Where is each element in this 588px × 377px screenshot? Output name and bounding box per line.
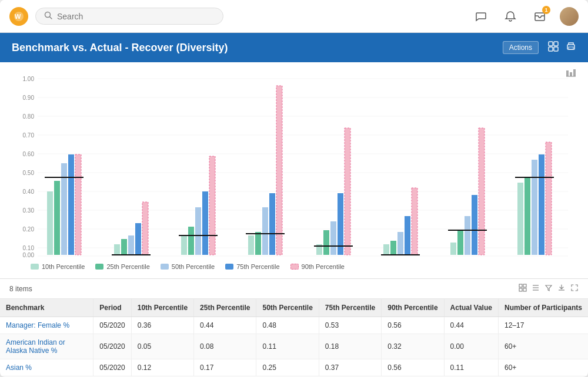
svg-text:0.70: 0.70 [23, 132, 35, 139]
bar-7-p75 [472, 195, 477, 255]
chart-area: 1.00 0.90 0.80 0.70 0.60 0.50 0.40 0.30 … [12, 70, 576, 258]
bar-6-p10 [383, 244, 389, 255]
search-input[interactable] [57, 12, 210, 21]
bar-5-p50 [330, 221, 336, 255]
bar-6-p50 [397, 232, 403, 255]
cell-period: 05/2020 [93, 334, 131, 359]
cell-p75: 0.53 [319, 317, 381, 334]
svg-rect-4 [535, 13, 544, 21]
legend-label-25th: 25th Percentile [106, 263, 149, 270]
chart-legend: 10th Percentile 25th Percentile 50th Per… [12, 258, 576, 274]
filter-icon[interactable] [544, 284, 553, 294]
col-period: Period [93, 299, 131, 317]
cell-period: 05/2020 [93, 317, 131, 334]
bar-4-p75 [269, 193, 275, 255]
bar-4-p10 [248, 235, 254, 255]
legend-25th: 25th Percentile [95, 263, 149, 270]
bar-1-p25 [54, 181, 60, 255]
download-icon[interactable] [557, 284, 566, 294]
cell-participants: 60+ [498, 334, 588, 359]
svg-rect-6 [554, 42, 558, 46]
bar-8-p10 [517, 183, 523, 255]
print-icon[interactable] [566, 41, 576, 54]
svg-text:0.80: 0.80 [23, 113, 35, 120]
legend-75th: 75th Percentile [225, 263, 279, 270]
cell-p90: 0.56 [382, 317, 444, 334]
cell-benchmark[interactable]: Manager: Female % [0, 317, 93, 334]
cell-benchmark[interactable]: Asian % [0, 359, 93, 376]
table-toolbar-icons [519, 284, 579, 294]
search-bar[interactable] [35, 8, 223, 25]
svg-rect-48 [519, 284, 522, 287]
cell-p25: 0.17 [194, 359, 256, 376]
bar-8-p90 [546, 142, 552, 255]
bar-4-p25 [255, 232, 261, 255]
actions-button[interactable]: Actions [503, 41, 539, 54]
bar-8-p50 [532, 160, 537, 255]
bar-7-p25 [457, 230, 463, 255]
bar-7-p50 [465, 216, 470, 255]
fullscreen-icon[interactable] [570, 284, 579, 294]
bar-5-p25 [323, 230, 329, 255]
cell-p75: 0.18 [319, 334, 381, 359]
legend-label-90th: 90th Percentile [302, 263, 345, 270]
bar-2-p10 [114, 244, 120, 255]
svg-text:0.10: 0.10 [23, 245, 35, 251]
bar-4-p50 [262, 207, 268, 255]
col-p75: 75th Percentile [319, 299, 381, 317]
cell-period: 05/2020 [93, 359, 131, 376]
user-avatar[interactable] [560, 7, 579, 26]
cell-actual: 0.11 [444, 359, 498, 376]
page-title: Benchmark vs. Actual - Recover (Diversit… [12, 42, 497, 54]
table-section: 8 items [0, 278, 588, 377]
svg-rect-49 [523, 284, 526, 287]
cell-p10: 0.05 [131, 334, 193, 359]
svg-text:0.90: 0.90 [23, 95, 35, 101]
expand-icon[interactable] [519, 284, 527, 294]
svg-text:0.20: 0.20 [23, 226, 35, 233]
col-p50: 50th Percentile [256, 299, 319, 317]
cell-p90: 0.32 [382, 334, 444, 359]
search-icon [44, 11, 52, 21]
svg-text:0.30: 0.30 [23, 207, 35, 214]
legend-swatch-90th [290, 264, 299, 270]
table-view-icon[interactable] [548, 41, 559, 54]
bar-7-p90 [479, 128, 485, 255]
legend-label-10th: 10th Percentile [42, 263, 85, 270]
bar-4-p90 [276, 86, 282, 255]
cell-p50: 0.11 [256, 334, 319, 359]
legend-swatch-75th [225, 264, 233, 270]
cell-p90: 0.56 [382, 359, 444, 376]
bar-8-p25 [524, 177, 530, 255]
workday-logo[interactable]: W [9, 7, 28, 26]
col-benchmark: Benchmark [0, 299, 93, 317]
cell-p10: 0.36 [131, 317, 193, 334]
inbox-button[interactable]: 1 [530, 7, 549, 26]
nav-icons: 1 [472, 7, 579, 26]
legend-label-50th: 50th Percentile [172, 263, 215, 270]
svg-text:0.60: 0.60 [23, 151, 35, 157]
legend-label-75th: 75th Percentile [236, 263, 279, 270]
cell-participants: 12–17 [498, 317, 588, 334]
svg-rect-7 [549, 47, 553, 51]
cell-p50: 0.48 [256, 317, 319, 334]
cell-participants: 60+ [498, 359, 588, 376]
svg-text:W: W [15, 13, 21, 20]
inbox-badge: 1 [542, 6, 550, 14]
bar-3-p90 [209, 156, 215, 255]
col-actual: Actual Value [444, 299, 498, 317]
col-p90: 90th Percentile [382, 299, 444, 317]
table-row: Asian % 05/2020 0.12 0.17 0.25 0.37 0.56… [0, 359, 588, 376]
col-p25: 25th Percentile [194, 299, 256, 317]
table-toolbar: 8 items [0, 279, 588, 299]
table-row: Manager: Female % 05/2020 0.36 0.44 0.48… [0, 317, 588, 334]
list-icon[interactable] [532, 284, 540, 294]
legend-swatch-10th [31, 264, 39, 270]
legend-10th: 10th Percentile [31, 263, 85, 270]
bar-7-p10 [450, 243, 456, 255]
cell-benchmark[interactable]: American Indian or Alaska Native % [0, 334, 93, 359]
svg-rect-50 [519, 288, 522, 291]
page-header: Benchmark vs. Actual - Recover (Diversit… [0, 33, 588, 62]
chat-button[interactable] [472, 7, 490, 26]
notifications-button[interactable] [501, 7, 520, 26]
